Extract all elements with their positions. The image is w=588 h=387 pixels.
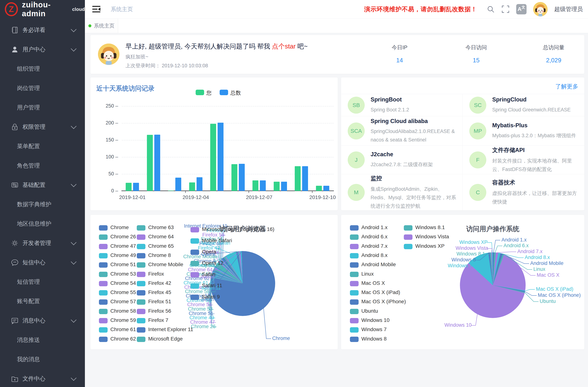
sidebar-subitem-我的消息[interactable]: 我的消息 <box>0 349 85 369</box>
bar-总数-2019-12-01 <box>133 183 139 191</box>
legend-swatch[interactable] <box>220 90 228 95</box>
legend-swatch <box>99 318 108 323</box>
sidebar-item-用户中心[interactable]: 用户中心 <box>0 40 85 59</box>
sidebar-subitem-账号配置[interactable]: 账号配置 <box>0 291 85 311</box>
pie-callout-Windows Vista: Windows Vista <box>456 245 488 251</box>
pie-callout-Windows 10: Windows 10 <box>444 322 472 328</box>
sidebar-subitem-用户管理[interactable]: 用户管理 <box>0 98 85 117</box>
sidebar-item-label: 账号配置 <box>17 297 40 305</box>
legend-label: Android 1.x <box>361 224 388 230</box>
sidebar-item-权限管理[interactable]: 权限管理 <box>0 117 85 137</box>
sidebar-subitem-菜单配置[interactable]: 菜单配置 <box>0 137 85 156</box>
sidebar-item-label: 组织管理 <box>17 65 40 73</box>
tech-avatar: MP <box>469 122 486 140</box>
legend-swatch <box>350 262 358 268</box>
bar-总数-2019-12-02 <box>154 135 160 191</box>
pie-callout-Mac OS X (iPhone): Mac OS X (iPhone) <box>538 292 581 298</box>
bar-总数-2019-12-04 <box>197 177 202 191</box>
tech-avatar: M <box>348 184 365 201</box>
tech-avatar: J <box>348 151 365 168</box>
tech-item-文件存储API: F文件存储API封装文件接口，实现本地存储、阿里云、FastDFS存储的配置化 <box>463 146 584 174</box>
legend-swatch[interactable] <box>196 90 204 95</box>
tech-item-title: Spring Cloud alibaba <box>371 118 457 124</box>
legend-label: Chrome 8 <box>148 252 171 258</box>
pie-callout-Android 1.x: Android 1.x <box>502 237 527 243</box>
pie-callout-Ubuntu: Ubuntu <box>540 298 556 304</box>
learn-more-link[interactable]: 了解更多 <box>555 83 578 90</box>
chevron-down-icon <box>71 181 76 187</box>
tech-item-desc: 虚拟化容器技术，让迁移、部署更加方便快捷 <box>492 189 579 206</box>
bar-您-2019-12-04 <box>189 183 195 191</box>
x-tick-label: 2019-12-04 <box>175 194 217 200</box>
tech-item-desc: Mybatis-plus 3.2.0：Mybatis 增强组件 <box>492 131 579 140</box>
sidebar-item-消息中心[interactable]: 消息中心 <box>0 311 85 330</box>
bar-总数-2019-12-05 <box>218 123 224 191</box>
y-tick-label: 0 – <box>96 188 118 194</box>
bar-您-2019-12-03 <box>168 191 174 191</box>
pie-callout-Chrome 26: Chrome 26 <box>191 324 216 329</box>
star-link[interactable]: 点个star <box>272 43 295 50</box>
bar-总数-2019-12-09 <box>302 166 308 191</box>
pie-callout-Windows 8: Windows 8 <box>451 257 476 263</box>
sidebar-subitem-短信管理[interactable]: 短信管理 <box>0 272 85 291</box>
folder-icon <box>11 375 19 383</box>
legend-swatch <box>350 290 358 296</box>
legend-label: Firefox 45 <box>148 289 171 295</box>
main-area: 系统主页 演示环境维护不易，请勿乱删乱改数据！ A文 <box>85 0 588 387</box>
greeting-card: 早上好, 超级管理员, 今天帮别人解决问题了吗 帮我 点个star 吧~ 疯狂加… <box>90 35 584 74</box>
sidebar-subitem-地区信息维护[interactable]: 地区信息维护 <box>0 214 85 233</box>
os-pie-card: 访问用户操作系统 Android 1.xAndroid 6.xAndroid 7… <box>341 215 584 349</box>
legend-swatch <box>350 337 358 342</box>
translate-icon[interactable]: A文 <box>516 4 526 14</box>
user-avatar[interactable] <box>533 2 547 16</box>
sidebar-item-开发者管理[interactable]: 开发者管理 <box>0 233 85 253</box>
fullscreen-icon[interactable] <box>502 5 510 13</box>
bar-您-2019-12-09 <box>295 166 301 191</box>
menu-fold-icon[interactable] <box>92 5 100 13</box>
legend-swatch <box>350 309 358 314</box>
username[interactable]: 超级管理员 <box>554 5 583 13</box>
tech-item-容器技术: C容器技术虚拟化容器技术，让迁移、部署更加方便快捷 <box>463 174 584 210</box>
search-icon[interactable] <box>487 5 495 13</box>
legend-swatch <box>404 234 413 240</box>
last-login: 上次登录时间： 2019-12-10 10:03:08 <box>126 62 208 69</box>
logo-icon: Z <box>5 2 18 16</box>
sidebar-item-务必详看[interactable]: 务必详看 <box>0 20 85 40</box>
legend-swatch <box>190 283 199 289</box>
demo-warning-text: 演示环境维护不易，请勿乱删乱改数据！ <box>364 5 477 14</box>
sidebar-subitem-岗位管理[interactable]: 岗位管理 <box>0 78 85 98</box>
legend-swatch <box>350 281 358 286</box>
legend-swatch <box>99 262 108 268</box>
legend-swatch <box>99 272 108 277</box>
gridline <box>122 123 334 123</box>
sidebar-subitem-角色管理[interactable]: 角色管理 <box>0 156 85 175</box>
config-icon <box>11 181 19 189</box>
breadcrumb[interactable]: 系统主页 <box>111 5 133 13</box>
legend-label: Windows XP <box>415 243 445 249</box>
legend-label-总数[interactable]: 总数 <box>230 89 241 97</box>
legend-label: Windows 7 <box>361 326 387 332</box>
legend-label: Mac OS X (iPad) <box>361 289 400 295</box>
tech-item-title: 监控 <box>371 175 457 182</box>
pie-callout-Windows 7: Windows 7 <box>448 263 472 268</box>
legend-swatch <box>350 253 358 258</box>
sidebar-subitem-组织管理[interactable]: 组织管理 <box>0 59 85 78</box>
top-header: 系统主页 演示环境维护不易，请勿乱删乱改数据！ A文 <box>85 0 588 19</box>
legend-swatch <box>350 272 358 277</box>
tab-home[interactable]: 系统主页 <box>85 19 118 33</box>
tech-item-J2cache: JJ2cacheJ2cache2.7.8: 二级缓存框架 <box>341 146 463 174</box>
tech-item-desc: J2cache2.7.8: 二级缓存框架 <box>371 160 457 169</box>
legend-label-您[interactable]: 您 <box>206 89 212 97</box>
sidebar-item-label: 开发者管理 <box>22 239 51 247</box>
sidebar-item-文件中心[interactable]: 文件中心 <box>0 369 85 387</box>
legend-label: Firefox 42 <box>148 280 171 286</box>
sidebar: Z zuihou-admin cloud 务必详看用户中心组织管理岗位管理用户管… <box>0 0 85 387</box>
legend-label: Chrome 64 <box>148 234 174 240</box>
chevron-down-icon <box>71 375 76 381</box>
sidebar-item-基础配置[interactable]: 基础配置 <box>0 175 85 195</box>
sidebar-item-短信中心[interactable]: 短信中心 <box>0 253 85 272</box>
pie-callout-Windows 8.1: Windows 8.1 <box>456 251 485 257</box>
sidebar-subitem-消息推送[interactable]: 消息推送 <box>0 330 85 349</box>
sidebar-subitem-数据字典维护[interactable]: 数据字典维护 <box>0 195 85 214</box>
bar-您-2019-12-08 <box>274 182 280 191</box>
